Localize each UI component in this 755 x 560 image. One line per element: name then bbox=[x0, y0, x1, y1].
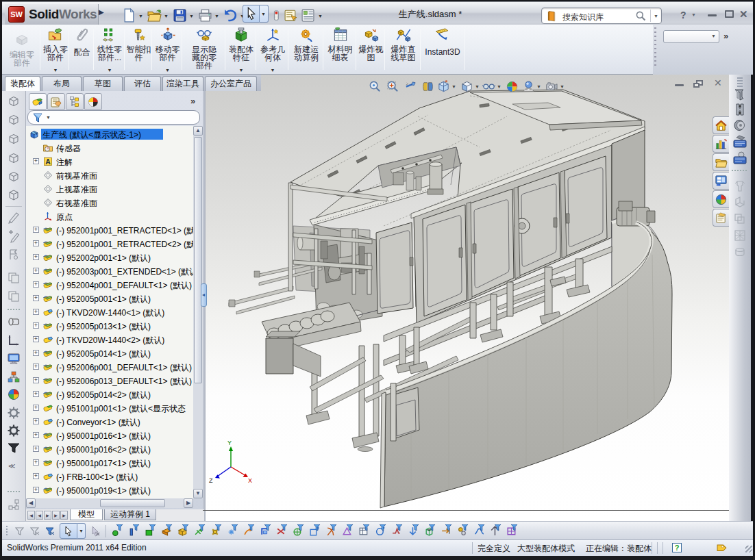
svg-text:X: X bbox=[248, 477, 252, 484]
svg-text:Z: Z bbox=[209, 477, 213, 484]
svg-text:Y: Y bbox=[227, 440, 232, 446]
